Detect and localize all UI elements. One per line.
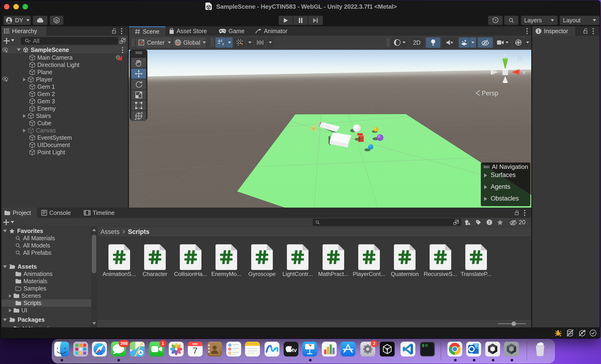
svg-text:y: y (503, 52, 506, 58)
svg-text:tv: tv (292, 347, 297, 353)
svg-text:MAY: MAY (192, 343, 198, 345)
svg-text:Y: Y (222, 42, 224, 46)
svg-text:x: x (523, 69, 525, 75)
svg-text:$: $ (422, 343, 424, 348)
svg-text:7: 7 (193, 346, 198, 355)
svg-text:D: D (55, 18, 58, 22)
svg-text:!: ! (559, 332, 561, 336)
svg-text:Persp: Persp (482, 90, 498, 97)
